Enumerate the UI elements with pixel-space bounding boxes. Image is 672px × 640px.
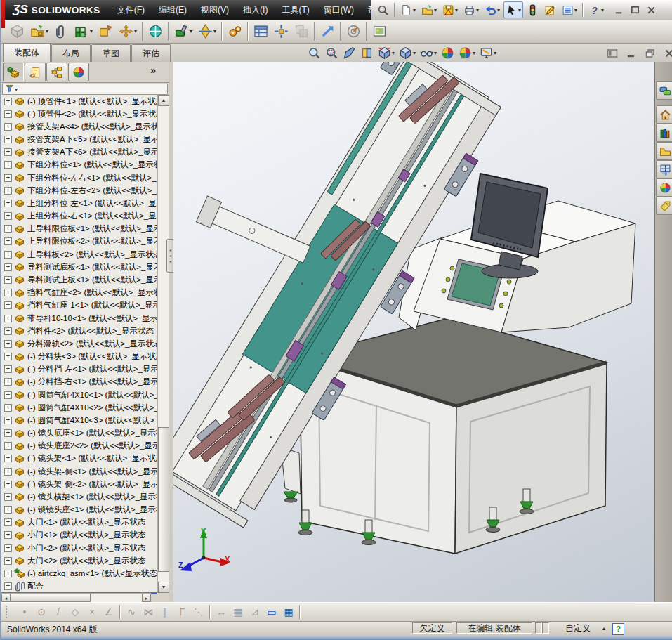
expand-plus-icon[interactable]: +: [4, 570, 12, 577]
dropdown-caret-icon[interactable]: ▾: [574, 7, 577, 13]
expand-plus-icon[interactable]: +: [4, 225, 12, 233]
tree-item[interactable]: +(-) 分料块<3> (默认<<默认>_显示状态: [1, 350, 157, 363]
excel-design-table-button[interactable]: ▦: [281, 604, 296, 620]
expand-plus-icon[interactable]: +: [4, 276, 12, 284]
new-document-button[interactable]: ▾: [398, 1, 418, 18]
design-library-tab[interactable]: [656, 124, 672, 142]
expand-plus-icon[interactable]: +: [4, 442, 12, 450]
hide-show-items-button[interactable]: ▾: [419, 45, 438, 61]
search-button[interactable]: [375, 1, 391, 18]
expand-plus-icon[interactable]: +: [4, 582, 12, 590]
smart-fasteners-button[interactable]: [96, 21, 115, 42]
display-manager-tab[interactable]: [68, 63, 89, 81]
trim-entities-button[interactable]: ×: [84, 604, 100, 620]
expand-plus-icon[interactable]: +: [4, 531, 12, 539]
tree-item[interactable]: +小门<2> (默认<<默认>_显示状态: [1, 542, 157, 554]
expand-plus-icon[interactable]: +: [4, 187, 12, 195]
display-style-button[interactable]: ▾: [397, 45, 417, 61]
custom-properties-tab[interactable]: [656, 197, 672, 215]
tree-item[interactable]: +(-) 镜头架-侧<1> (默认<<默认>_显示状: [1, 465, 157, 478]
dropdown-caret-icon[interactable]: ▾: [434, 50, 437, 56]
menu-1[interactable]: 编辑(E): [152, 1, 194, 20]
tree-item[interactable]: +上导料限位板<2> (默认<<默认>_显示状: [1, 235, 157, 248]
solidworks-forum-tab[interactable]: [656, 81, 672, 100]
expand-plus-icon[interactable]: +: [4, 493, 12, 501]
tree-item[interactable]: +(-) 镜头底座<1> (默认<<默认>_显示状: [1, 426, 157, 439]
document-minimize-button[interactable]: [625, 46, 638, 60]
expand-plus-icon[interactable]: +: [4, 353, 12, 360]
expand-plus-icon[interactable]: +: [4, 455, 12, 462]
tree-item[interactable]: +(-) 锁镜头座<1> (默认<<默认>_显示状: [1, 504, 157, 516]
edit-appearance-button[interactable]: [440, 45, 456, 61]
line-button[interactable]: /: [51, 604, 66, 620]
expand-plus-icon[interactable]: +: [4, 391, 12, 399]
apply-scene-button[interactable]: ▾: [457, 45, 477, 61]
graphics-area[interactable]: Y X Z: [173, 62, 654, 602]
tree-item[interactable]: +导料测试上板<1> (默认<<默认>_显示状: [1, 273, 157, 286]
expand-plus-icon[interactable]: +: [4, 315, 12, 322]
expand-plus-icon[interactable]: +: [4, 468, 12, 476]
options-button[interactable]: ▾: [560, 1, 579, 18]
construction-line-button[interactable]: ⋱: [191, 604, 206, 620]
dropdown-caret-icon[interactable]: ▾: [497, 7, 500, 13]
dropdown-caret-icon[interactable]: ▾: [392, 50, 395, 56]
menu-2[interactable]: 视图(V): [194, 1, 236, 20]
tree-horizontal-scrollbar[interactable]: ◂ ▸: [1, 593, 151, 602]
expand-plus-icon[interactable]: +: [4, 251, 12, 259]
linear-component-pattern-button[interactable]: ▾: [72, 21, 95, 42]
tree-item[interactable]: +(-) 镜头架-侧<2> (默认<<默认>_显示状: [1, 478, 157, 490]
expand-plus-icon[interactable]: +: [4, 518, 12, 526]
dropdown-caret-icon[interactable]: ▾: [476, 7, 479, 13]
expand-plus-icon[interactable]: +: [4, 481, 12, 488]
tree-item[interactable]: +(-) 顶管件<2> (默认<<默认>_显示状态: [1, 107, 157, 120]
property-manager-tab[interactable]: [25, 63, 46, 81]
scroll-down-arrow-icon[interactable]: ▼: [158, 582, 169, 593]
dropdown-caret-icon[interactable]: ▾: [413, 7, 416, 13]
solidworks-resources-tab[interactable]: [656, 105, 672, 124]
interference-detection-button[interactable]: [292, 21, 311, 42]
view-settings-button[interactable]: ▾: [478, 45, 498, 61]
tree-item[interactable]: +上组分料位-右<1> (默认<<默认>_显示状: [1, 210, 157, 223]
corner-rectangle-button[interactable]: Γ: [174, 604, 190, 620]
dropdown-caret-icon[interactable]: ▾: [413, 50, 416, 56]
save-button[interactable]: ▾: [440, 1, 460, 18]
scroll-up-arrow-icon[interactable]: ▲: [158, 95, 169, 106]
dropdown-caret-icon[interactable]: ▾: [601, 7, 604, 13]
filter-dropdown-caret[interactable]: ▾: [15, 86, 18, 93]
open-button[interactable]: ▾: [419, 1, 439, 18]
exploded-view-button[interactable]: [272, 21, 291, 42]
bill-of-materials-button[interactable]: [251, 21, 270, 42]
scroll-left-arrow-icon[interactable]: ◂: [1, 594, 11, 602]
mate-button[interactable]: [52, 21, 71, 42]
file-explorer-tab[interactable]: [656, 142, 672, 160]
smart-dimension-button[interactable]: ↔: [213, 604, 229, 620]
horizontal-scroll-thumb[interactable]: [11, 594, 91, 602]
tree-item[interactable]: +接管支架A下<5> (默认<<默认>_显示状态: [1, 133, 157, 146]
document-restore-button[interactable]: [644, 46, 657, 60]
tree-item[interactable]: +下组分料位<1> (默认<<默认>_显示状态: [1, 159, 157, 171]
tree-filter-bar[interactable]: ▾: [2, 84, 168, 95]
quick-tips-help-icon[interactable]: ?: [612, 623, 624, 635]
menu-3[interactable]: 插入(I): [236, 1, 275, 20]
expand-plus-icon[interactable]: +: [4, 161, 12, 169]
feature-manager-tab[interactable]: [3, 63, 24, 81]
angle-dimension-button[interactable]: ⊿: [247, 604, 263, 620]
expand-plus-icon[interactable]: +: [4, 212, 12, 220]
reference-geometry-button[interactable]: ▾: [196, 21, 218, 42]
expand-plus-icon[interactable]: +: [4, 136, 12, 143]
tree-item[interactable]: +(-) 分料挡-右<1> (默认<<默认>_显示状: [1, 376, 157, 388]
rebuild-button[interactable]: [525, 1, 541, 18]
expand-plus-icon[interactable]: +: [4, 200, 12, 207]
dropdown-caret-icon[interactable]: ▾: [190, 28, 192, 34]
dropdown-caret-icon[interactable]: ▾: [434, 7, 437, 13]
parallel-relation-button[interactable]: ∥: [157, 604, 173, 620]
tree-item[interactable]: +上导料限位板<1> (默认<<默认>_显示状: [1, 223, 157, 235]
tab-1[interactable]: 布局: [51, 44, 91, 62]
tree-item[interactable]: +大门<1> (默认<<默认>_显示状态: [1, 516, 157, 529]
expand-plus-icon[interactable]: +: [4, 429, 12, 437]
tree-item[interactable]: +大门<2> (默认<<默认>_显示状态: [1, 554, 157, 567]
expand-plus-icon[interactable]: +: [4, 365, 12, 373]
tree-item[interactable]: +(-) 圆筒气缸4X10<1> (默认<<默认>_显: [1, 388, 157, 401]
menu-4[interactable]: 工具(T): [275, 1, 316, 20]
section-view-button[interactable]: [359, 45, 375, 61]
